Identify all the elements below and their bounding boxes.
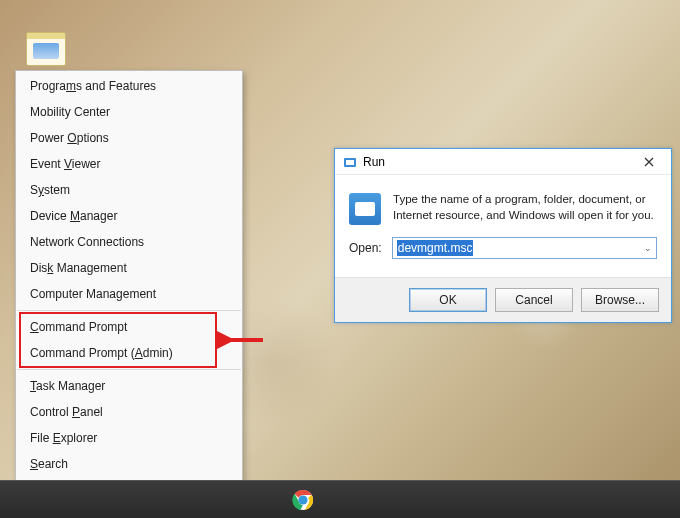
menu-item-label: Device Manager: [30, 207, 117, 225]
open-input[interactable]: devmgmt.msc ⌄: [392, 237, 657, 259]
menu-item-label: Network Connections: [30, 233, 144, 251]
menu-item-label: System: [30, 181, 70, 199]
menu-item[interactable]: Command Prompt: [16, 314, 242, 340]
svg-rect-2: [346, 160, 354, 165]
menu-item-label: Mobility Center: [30, 103, 110, 121]
close-button[interactable]: [629, 151, 669, 173]
run-body-icon: [349, 193, 381, 225]
menu-item[interactable]: Search: [16, 451, 242, 477]
run-button-bar: OK Cancel Browse...: [335, 277, 671, 322]
browse-button[interactable]: Browse...: [581, 288, 659, 312]
desktop-folder-icon[interactable]: [26, 32, 66, 66]
menu-item-label: Command Prompt: [30, 318, 127, 336]
menu-item-label: Power Options: [30, 129, 109, 147]
menu-item[interactable]: Device Manager: [16, 203, 242, 229]
menu-separator: [17, 310, 241, 311]
menu-item[interactable]: Network Connections: [16, 229, 242, 255]
menu-item[interactable]: File Explorer: [16, 425, 242, 451]
menu-item-label: Command Prompt (Admin): [30, 344, 173, 362]
ok-button[interactable]: OK: [409, 288, 487, 312]
menu-item-label: Control Panel: [30, 403, 103, 421]
menu-item-label: Search: [30, 455, 68, 473]
menu-item-label: Disk Management: [30, 259, 127, 277]
run-titlebar: Run: [335, 149, 671, 175]
open-input-value: devmgmt.msc: [397, 240, 474, 256]
menu-item[interactable]: Command Prompt (Admin): [16, 340, 242, 366]
cancel-button[interactable]: Cancel: [495, 288, 573, 312]
menu-item-label: Event Viewer: [30, 155, 101, 173]
menu-separator: [17, 369, 241, 370]
taskbar: [0, 480, 680, 518]
menu-item[interactable]: Task Manager: [16, 373, 242, 399]
menu-item[interactable]: Event Viewer: [16, 151, 242, 177]
menu-item[interactable]: Programs and Features: [16, 73, 242, 99]
open-label: Open:: [349, 241, 382, 255]
run-dialog: Run Type the name of a program, folder, …: [334, 148, 672, 323]
menu-item[interactable]: Computer Management: [16, 281, 242, 307]
menu-item-label: Programs and Features: [30, 77, 156, 95]
run-title-text: Run: [363, 155, 385, 169]
menu-item-label: Computer Management: [30, 285, 156, 303]
dropdown-chevron-icon[interactable]: ⌄: [644, 243, 652, 253]
taskbar-chrome-icon[interactable]: [286, 484, 320, 516]
menu-item-label: Task Manager: [30, 377, 105, 395]
run-description: Type the name of a program, folder, docu…: [393, 191, 657, 223]
menu-item-label: File Explorer: [30, 429, 97, 447]
menu-item[interactable]: System: [16, 177, 242, 203]
menu-item[interactable]: Disk Management: [16, 255, 242, 281]
run-title-icon: [343, 155, 357, 169]
menu-item[interactable]: Power Options: [16, 125, 242, 151]
winx-context-menu: Programs and FeaturesMobility CenterPowe…: [15, 70, 243, 518]
menu-item[interactable]: Control Panel: [16, 399, 242, 425]
menu-item[interactable]: Mobility Center: [16, 99, 242, 125]
